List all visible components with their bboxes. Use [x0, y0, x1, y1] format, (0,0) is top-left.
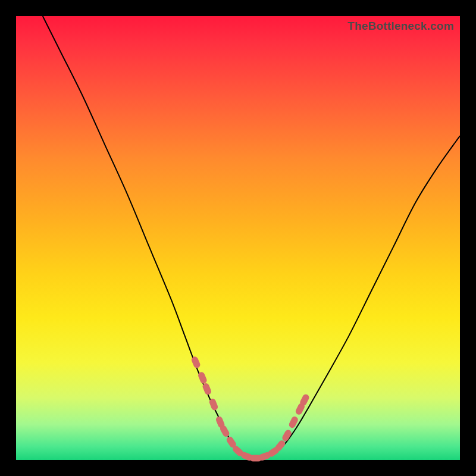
curve-marker — [190, 356, 201, 369]
plot-area: TheBottleneck.com — [16, 16, 460, 460]
marker-group — [190, 356, 310, 462]
bottleneck-curve — [43, 16, 460, 461]
chart-frame: TheBottleneck.com — [0, 0, 476, 476]
chart-svg — [16, 16, 460, 460]
